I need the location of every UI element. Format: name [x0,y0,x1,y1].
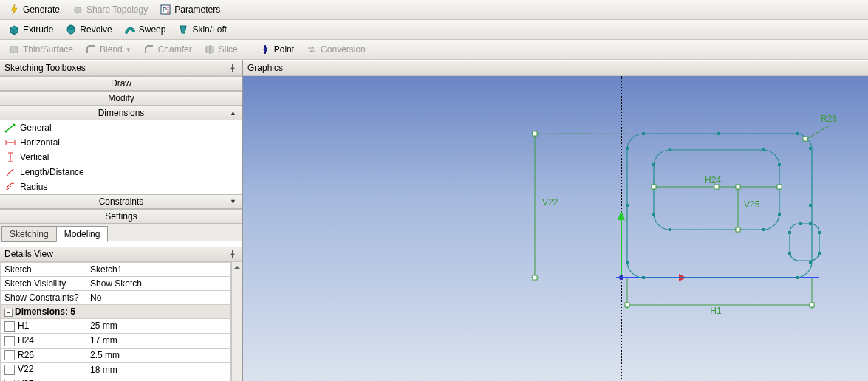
settings-section[interactable]: Settings [0,209,242,224]
detail-key: Show Constraints? [1,291,86,305]
radius-icon [4,181,16,193]
svg-line-73 [806,125,830,140]
details-scrollbar[interactable] [231,262,242,381]
horizontal-dimension-tool[interactable]: Horizontal [0,135,242,150]
share-topology-icon [72,4,83,16]
conversion-button[interactable]: Conversion [301,41,371,58]
checkbox[interactable] [4,321,15,332]
checkbox[interactable] [4,365,15,375]
chamfer-icon [143,44,155,55]
svg-rect-47 [818,231,821,234]
svg-line-7 [6,125,14,131]
svg-rect-31 [642,276,645,279]
dim-value[interactable]: 2.5 mm [86,348,231,363]
svg-rect-43 [669,228,671,231]
constraints-section[interactable]: Constraints ▼ [0,194,242,209]
revolve-label: Revolve [80,24,112,35]
generate-button[interactable]: Generate [3,1,65,18]
skin-loft-button[interactable]: Skin/Loft [172,21,232,38]
chamfer-button[interactable]: Chamfer [138,41,197,58]
detail-val[interactable]: No [86,291,231,305]
extrude-button[interactable]: Extrude [3,21,58,38]
radius-dimension-tool[interactable]: Radius [0,179,242,194]
thin-surface-label: Thin/Surface [23,44,73,55]
dimension-row[interactable]: V22 18 mm [1,363,231,377]
general-dimension-tool[interactable]: General [0,120,242,135]
collapse-toggle[interactable]: − [4,309,13,317]
revolve-button[interactable]: Revolve [60,21,117,38]
sketching-tab-label: Sketching [10,229,49,239]
svg-rect-39 [669,148,671,151]
sweep-label: Sweep [139,24,166,35]
svg-marker-21 [618,210,625,220]
dimension-row[interactable]: R26 2.5 mm [1,348,231,363]
point-label: Point [274,44,294,55]
dimension-row[interactable]: H1 25 mm [1,319,231,334]
pin-icon[interactable] [228,63,238,73]
dim-value[interactable]: 10 mm [86,377,231,381]
dim-label-h1[interactable]: H1 [710,306,722,316]
detail-row[interactable]: Sketch Sketch1 [1,263,231,277]
modeling-tab[interactable]: Modeling [56,226,109,242]
svg-rect-24 [627,134,812,278]
detail-key: Sketch [1,263,86,277]
dimension-row[interactable]: H24 17 mm [1,333,231,348]
pin-icon[interactable] [228,249,238,259]
modify-section[interactable]: Modify [0,91,242,106]
dimension-row[interactable]: V25 10 mm [1,377,231,381]
detail-row[interactable]: Show Constraints? No [1,291,231,305]
detail-key: Sketch Visibility [1,277,86,291]
dimensions-header-row[interactable]: −Dimensions: 5 [1,305,231,319]
detail-val[interactable]: Sketch1 [86,263,231,277]
general-label: General [20,123,52,133]
vertical-dimension-tool[interactable]: Vertical [0,150,242,165]
checkbox[interactable] [4,336,15,346]
dim-value[interactable]: 18 mm [86,363,231,377]
dim-name: V22 [18,364,33,374]
svg-rect-72 [810,303,814,307]
point-button[interactable]: Point [254,41,299,58]
blend-button[interactable]: Blend ▼ [80,41,137,58]
dim-value[interactable]: 25 mm [86,319,231,334]
checkbox[interactable] [4,350,15,360]
svg-rect-57 [533,275,537,280]
conversion-label: Conversion [321,44,366,55]
horizontal-icon [4,137,16,148]
dim-label-v25[interactable]: V25 [744,199,760,210]
svg-rect-25 [626,147,629,150]
extrude-icon [8,24,20,35]
sketching-tab[interactable]: Sketching [1,226,57,242]
up-arrow-icon: ▲ [230,109,236,117]
parameters-icon: P [160,4,171,16]
length-distance-tool[interactable]: Length/Distance [0,165,242,179]
slice-icon [204,44,216,55]
graphics-viewport[interactable]: V22 H24 V25 [243,76,868,381]
vertical-label: Vertical [20,152,49,162]
dim-name: H1 [18,320,29,331]
detail-val[interactable]: Show Sketch [86,277,231,291]
svg-rect-32 [796,276,799,279]
detail-row[interactable]: Sketch Visibility Show Sketch [1,277,231,291]
lightning-icon [8,4,20,16]
down-arrow-icon: ▼ [230,198,236,205]
dim-value[interactable]: 17 mm [86,333,231,348]
chamfer-label: Chamfer [158,44,192,55]
sketch-svg: V22 H24 V25 [243,76,868,381]
dim-label-h24[interactable]: H24 [705,175,721,185]
dim-label-r26[interactable]: R26 [821,114,837,124]
svg-point-8 [5,131,7,133]
thin-surface-button[interactable]: Thin/Surface [3,41,78,58]
sweep-button[interactable]: Sweep [119,21,171,38]
slice-button[interactable]: Slice [199,41,243,58]
parameters-button[interactable]: P Parameters [154,1,225,18]
draw-section[interactable]: Draw [0,76,242,91]
svg-rect-74 [803,137,807,141]
dimensions-section[interactable]: Dimensions ▲ [0,106,242,120]
point-icon [259,44,271,55]
dim-label-v22[interactable]: V22 [542,197,558,207]
graphics-title-label: Graphics [247,63,283,73]
revolve-icon [65,24,77,35]
radius-label: Radius [20,182,47,192]
settings-label: Settings [105,211,137,222]
share-topology-button[interactable]: Share Topology [66,1,153,18]
